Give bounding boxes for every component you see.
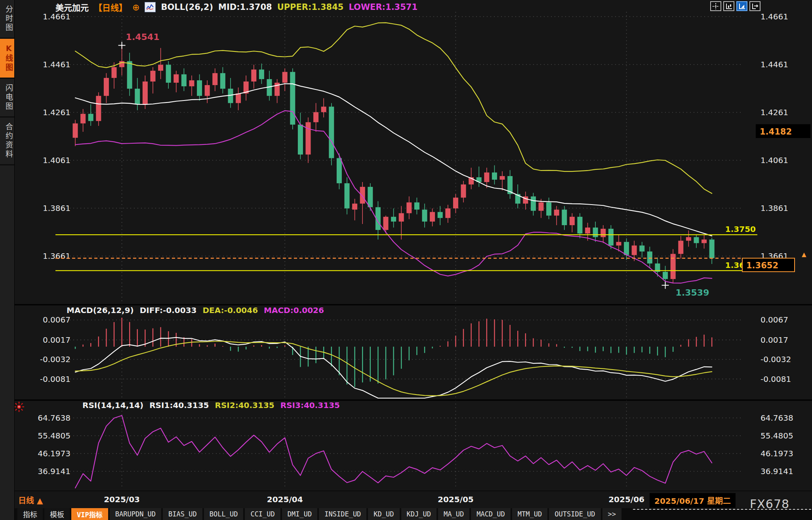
period-tag[interactable]: 【日线】 [94, 1, 127, 13]
svg-text:0.0067: 0.0067 [43, 315, 71, 325]
svg-text:1.3652: 1.3652 [746, 261, 778, 270]
axis-month-label: 2025/03 [100, 495, 144, 504]
chart-toolbar-icons [710, 1, 761, 11]
tab-mtm-ud[interactable]: MTM_UD [512, 508, 547, 520]
period-label: 日线 [18, 496, 34, 505]
tab-inside-ud[interactable]: INSIDE_UD [319, 508, 366, 520]
dashed-divider [633, 509, 811, 510]
rsi1-value: RSI1:40.3135 [149, 400, 209, 410]
svg-text:1.4541: 1.4541 [126, 32, 160, 42]
macd-value: MACD:0.0026 [264, 306, 324, 315]
svg-text:1.3861: 1.3861 [43, 203, 71, 213]
auto-scroll-icon[interactable] [736, 1, 747, 11]
symbol-title: 美元加元 [55, 1, 89, 13]
sidebar-item-lightning-chart[interactable]: 闪电图 [0, 79, 14, 118]
current-date-badge: 2025/06/17 星期二 [650, 493, 736, 508]
boll-label: BOLL(26,2) [161, 2, 213, 12]
tab-barupdn-ud[interactable]: BARUPDN_UD [110, 508, 161, 520]
chart-canvas[interactable]: 1.46611.46611.44611.44611.42611.42611.40… [0, 0, 812, 520]
svg-text:1.4061: 1.4061 [761, 156, 788, 165]
svg-text:1.4261: 1.4261 [761, 108, 788, 117]
axis-month-label: 2025/06 [605, 495, 648, 504]
rsi-title: RSI(14,14,14) [82, 400, 143, 410]
add-circle-icon[interactable]: ⊕ [132, 2, 139, 12]
tab-kdj-ud[interactable]: KDJ_UD [401, 508, 436, 520]
svg-text:64.7638: 64.7638 [38, 413, 71, 423]
macd-panel-header: MACD(26,12,9) DIFF:-0.0033 DEA:-0.0046 M… [67, 306, 324, 315]
chart-header: 美元加元 【日线】 ⊕ BOLL(26,2) MID:1.3708 UPPER:… [55, 1, 417, 13]
tab-dmi-ud[interactable]: DMI_UD [282, 508, 317, 520]
rsi-panel-header: RSI(14,14,14) RSI1:40.3135 RSI2:40.3135 … [82, 400, 340, 410]
svg-text:1.4461: 1.4461 [43, 60, 71, 69]
pan-icon[interactable] [710, 1, 721, 11]
svg-text:36.9141: 36.9141 [761, 467, 793, 476]
svg-text:1.3750: 1.3750 [725, 224, 756, 234]
bottom-toolbar: 指标 模板 VIP指标 BARUPDN_UD BIAS_UD BOLL_UD C… [0, 508, 812, 520]
tab-ma-ud[interactable]: MA_UD [438, 508, 469, 520]
tab-vip-indicators[interactable]: VIP指标 [71, 508, 108, 520]
svg-text:55.4805: 55.4805 [761, 431, 793, 440]
macd-dea-value: DEA:-0.0046 [202, 306, 258, 315]
sidebar-item-kline-chart[interactable]: K线图 [0, 39, 14, 79]
svg-text:0.0017: 0.0017 [761, 335, 788, 345]
macd-diff-value: DIFF:-0.0033 [140, 306, 197, 315]
svg-text:▲: ▲ [802, 251, 806, 258]
svg-text:0.0067: 0.0067 [761, 315, 788, 325]
svg-text:1.4261: 1.4261 [43, 108, 71, 117]
svg-text:-0.0081: -0.0081 [40, 374, 71, 384]
svg-text:55.4805: 55.4805 [38, 431, 71, 440]
boll-mid-value: MID:1.3708 [218, 2, 272, 12]
left-sidebar: 分时图 K线图 闪电图 合约资料 [0, 0, 15, 520]
period-selector[interactable]: 日线 ▲ [18, 494, 43, 506]
tab-kd-ud[interactable]: KD_UD [368, 508, 399, 520]
triangle-up-icon: ▲ [37, 496, 43, 505]
boll-upper-value: UPPER:1.3845 [277, 2, 344, 12]
tab-indicators[interactable]: 指标 [17, 508, 43, 520]
svg-text:1.4461: 1.4461 [761, 60, 788, 69]
svg-text:1.4661: 1.4661 [761, 12, 788, 21]
axis-month-label: 2025/05 [434, 495, 477, 504]
tab-boll-ud[interactable]: BOLL_UD [204, 508, 244, 520]
svg-text:0.0017: 0.0017 [43, 335, 71, 345]
macd-title: MACD(26,12,9) [67, 306, 134, 315]
sidebar-item-contract-info[interactable]: 合约资料 [0, 118, 14, 165]
rsi3-value: RSI3:40.3135 [280, 400, 340, 410]
svg-text:36.9141: 36.9141 [38, 467, 71, 476]
svg-text:1.4182: 1.4182 [760, 127, 792, 137]
svg-text:46.1973: 46.1973 [38, 449, 71, 458]
svg-text:46.1973: 46.1973 [761, 449, 793, 458]
scale-axis-icon[interactable] [723, 1, 734, 11]
svg-text:1.4661: 1.4661 [43, 12, 71, 21]
rsi2-value: RSI2:40.3135 [215, 400, 274, 410]
tab-outside-ud[interactable]: OUTSIDE_UD [549, 508, 600, 520]
tab-macd-ud[interactable]: MACD_UD [471, 508, 511, 520]
app-window: 1.46611.46611.44611.44611.42611.42611.40… [0, 0, 812, 520]
svg-text:1.3539: 1.3539 [676, 288, 709, 298]
svg-text:1.3661: 1.3661 [43, 251, 71, 261]
svg-text:-0.0032: -0.0032 [40, 355, 71, 364]
boll-lower-value: LOWER:1.3571 [349, 2, 417, 12]
svg-text:1.4061: 1.4061 [43, 156, 71, 165]
more-tabs-button[interactable]: >> [602, 508, 621, 520]
svg-text:-0.0081: -0.0081 [761, 374, 791, 384]
tab-templates[interactable]: 模板 [44, 508, 70, 520]
tab-bias-ud[interactable]: BIAS_UD [163, 508, 202, 520]
kline-chart-icon [145, 2, 156, 12]
shift-axis-icon[interactable] [749, 1, 761, 11]
svg-text:1.3861: 1.3861 [761, 203, 788, 213]
svg-text:-0.0032: -0.0032 [761, 355, 791, 364]
date-axis: 日线 ▲ 2025/03 2025/04 2025/05 2025/06 202… [14, 491, 812, 509]
svg-text:64.7638: 64.7638 [761, 413, 793, 423]
axis-month-label: 2025/04 [263, 495, 307, 504]
sidebar-item-time-chart[interactable]: 分时图 [0, 0, 14, 39]
tab-cci-ud[interactable]: CCI_UD [245, 508, 280, 520]
